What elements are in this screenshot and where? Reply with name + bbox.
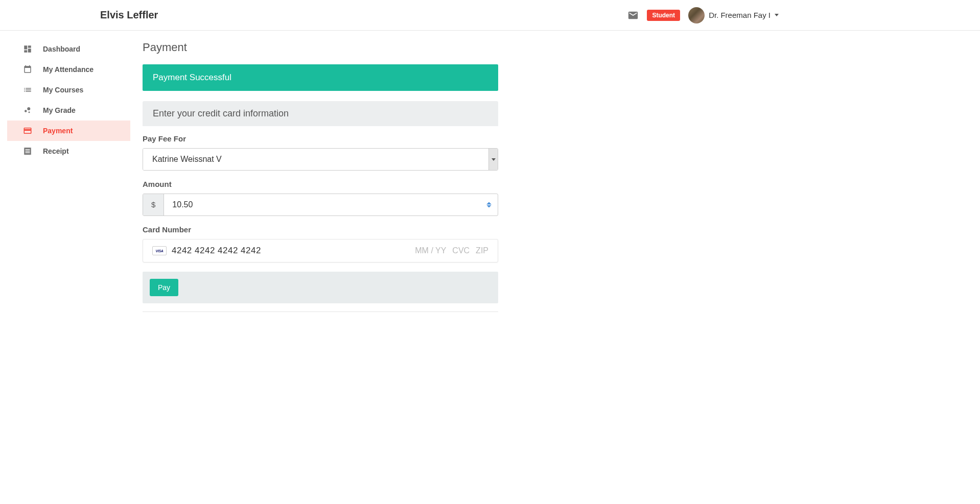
page-title: Payment	[143, 41, 498, 54]
sidebar-item-label: My Attendance	[43, 65, 94, 74]
sidebar-item-attendance[interactable]: My Attendance	[7, 59, 130, 80]
dashboard-icon	[22, 44, 33, 54]
main-content: Payment Payment Successful Enter your cr…	[130, 31, 510, 322]
svg-point-0	[25, 110, 27, 112]
header: Elvis Leffler Student Dr. Freeman Fay I	[0, 0, 980, 31]
amount-stepper[interactable]	[486, 194, 498, 215]
amount-input-group: $	[143, 194, 498, 216]
header-right: Student Dr. Freeman Fay I	[627, 7, 968, 23]
credit-card-icon	[22, 126, 33, 136]
avatar	[688, 7, 705, 23]
amount-input[interactable]	[164, 194, 486, 215]
sidebar-item-payment[interactable]: Payment	[7, 121, 130, 141]
sidebar-item-label: Dashboard	[43, 45, 80, 53]
amount-label: Amount	[143, 180, 498, 188]
sidebar-item-dashboard[interactable]: Dashboard	[7, 39, 130, 59]
expiry-placeholder: MM / YY	[415, 246, 446, 255]
list-icon	[22, 85, 33, 95]
bubble-chart-icon	[22, 105, 33, 115]
card-number-label: Card Number	[143, 225, 498, 234]
svg-point-1	[27, 107, 30, 110]
sidebar-item-grade[interactable]: My Grade	[7, 100, 130, 121]
layout: Dashboard My Attendance My Courses My Gr…	[0, 31, 980, 322]
card-extra-placeholders: MM / YY CVC ZIP	[415, 246, 488, 255]
form-section-title: Enter your credit card information	[143, 101, 498, 126]
user-name: Dr. Freeman Fay I	[709, 11, 771, 19]
payment-form: Pay Fee For Katrine Weissnat V Amount $	[143, 126, 498, 312]
sidebar-item-courses[interactable]: My Courses	[7, 80, 130, 100]
success-banner: Payment Successful	[143, 64, 498, 91]
amount-group: Amount $	[143, 180, 498, 216]
chevron-down-icon	[775, 14, 779, 16]
sidebar: Dashboard My Attendance My Courses My Gr…	[0, 31, 130, 322]
user-menu[interactable]: Dr. Freeman Fay I	[688, 7, 779, 23]
pay-fee-for-select[interactable]: Katrine Weissnat V	[143, 148, 498, 171]
zip-placeholder: ZIP	[476, 246, 488, 255]
role-badge: Student	[647, 10, 680, 21]
divider	[143, 311, 498, 312]
pay-fee-for-group: Pay Fee For Katrine Weissnat V	[143, 134, 498, 171]
mail-icon[interactable]	[627, 10, 639, 21]
select-dropdown-button[interactable]	[488, 149, 498, 170]
card-input[interactable]: VISA 4242 4242 4242 4242 MM / YY CVC ZIP	[143, 239, 498, 262]
sidebar-item-label: My Grade	[43, 106, 76, 114]
header-left: Elvis Leffler	[12, 9, 158, 21]
svg-point-2	[29, 111, 30, 113]
form-footer: Pay	[143, 272, 498, 303]
card-number-group: Card Number VISA 4242 4242 4242 4242 MM …	[143, 225, 498, 262]
sidebar-item-label: Payment	[43, 127, 73, 135]
card-number-value: 4242 4242 4242 4242	[172, 246, 410, 256]
app-title: Elvis Leffler	[100, 9, 158, 21]
pay-button[interactable]: Pay	[150, 279, 178, 296]
pay-fee-for-value: Katrine Weissnat V	[143, 149, 488, 170]
chevron-down-icon	[492, 158, 496, 161]
visa-icon: VISA	[152, 246, 167, 255]
sidebar-item-receipt[interactable]: Receipt	[7, 141, 130, 161]
receipt-icon	[22, 146, 33, 156]
stepper-up-icon	[486, 202, 492, 205]
pay-fee-for-label: Pay Fee For	[143, 134, 498, 143]
sidebar-item-label: My Courses	[43, 86, 83, 94]
currency-symbol: $	[143, 194, 164, 215]
stepper-down-icon	[486, 205, 492, 208]
sidebar-item-label: Receipt	[43, 147, 69, 155]
cvc-placeholder: CVC	[452, 246, 470, 255]
calendar-icon	[22, 64, 33, 75]
